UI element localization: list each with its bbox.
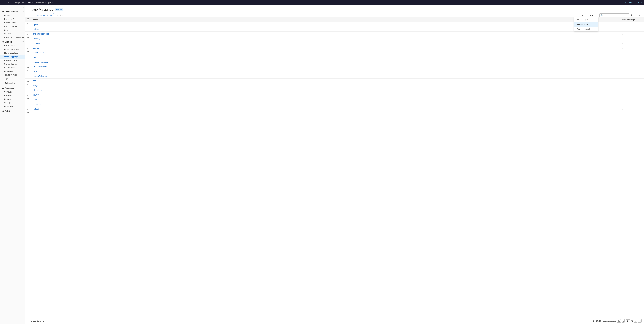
row-name-cell: petko [31,97,620,102]
sidebar-item-terraform-versions[interactable]: Terraform Versions [0,73,25,77]
sidebar-item-users-and-groups[interactable]: Users and Groups [0,17,25,21]
grid-view-button[interactable]: ⊞ [638,13,641,17]
row-regions-cell: 1 [620,60,644,64]
top-nav-item-migration[interactable]: Migration [45,0,54,5]
row-checkbox[interactable] [27,75,29,77]
row-checkbox[interactable] [27,37,29,39]
top-nav-item-design[interactable]: Design [13,0,20,5]
sidebar-item-secrets[interactable]: Secrets [0,28,25,32]
image-mapping-link[interactable]: image [33,84,38,87]
sidebar-item-custom-roles[interactable]: Custom Roles [0,21,25,25]
page-number-input[interactable] [626,320,630,323]
image-mapping-link[interactable]: petko [33,99,37,101]
image-mapping-link[interactable]: asddas [33,28,39,30]
row-checkbox[interactable] [27,23,29,25]
top-nav-item-infrastructure[interactable]: Infrastructure [20,0,33,5]
view-by-button[interactable]: VIEW BY NAME ▾ [580,13,598,17]
image-mapping-link[interactable]: dsafasd + dqdasqd [33,61,48,63]
image-mapping-link[interactable]: dimo [33,56,37,58]
select-all-header[interactable] [26,17,31,22]
sidebar-item-compute[interactable]: Compute [0,90,25,94]
image-mapping-link[interactable]: hguguyDeleteme [33,75,47,77]
row-checkbox[interactable] [27,89,29,91]
new-image-mapping-button[interactable]: + NEW IMAGE MAPPING [28,13,54,17]
sidebar-section-header-administration[interactable]: ⚙Administration▾ [0,9,25,14]
table-row: aws-encryption-test1 [26,32,644,36]
sidebar-item-configuration-properties[interactable]: Configuration Properties [0,36,25,39]
sidebar-item-cluster-plans[interactable]: Cluster Plans [0,66,25,69]
row-checkbox[interactable] [27,33,29,35]
image-mapping-link[interactable]: alpine [33,23,38,26]
image-mapping-link[interactable]: aws-encryption-test [33,33,49,35]
row-checkbox[interactable] [27,61,29,63]
image-mappings-table: Name ↑ Account / Regions alpine2asddas1a… [26,17,644,116]
image-mapping-link[interactable]: az_image [33,42,41,44]
sidebar-item-storage-profiles[interactable]: Storage Profiles [0,62,25,66]
select-all-checkbox[interactable] [27,18,29,20]
image-mapping-link[interactable]: GRlsho [33,70,39,73]
view-ungrouped-option[interactable]: View ungrouped [574,27,598,31]
row-checkbox[interactable] [27,84,29,86]
sidebar-item-flavor-mappings[interactable]: Flavor Mappings [0,51,25,55]
first-page-button[interactable]: |◂ [617,319,620,323]
row-checkbox[interactable] [27,51,29,53]
sidebar-collapse-button[interactable]: « [0,5,25,9]
sidebar-item-kubernetes[interactable]: Kubernetes [0,105,25,108]
row-checkbox[interactable] [27,103,29,105]
image-mapping-link[interactable]: debian-demo [33,52,44,54]
view-by-region-option[interactable]: View by region [574,17,598,22]
row-name-cell: awsImage [31,36,620,41]
sidebar-item-pricing-cards[interactable]: Pricing Cards [0,69,25,73]
sidebar-item-custom-names[interactable]: Custom Names [0,25,25,28]
row-checkbox[interactable] [27,42,29,44]
sidebar-item-security[interactable]: Security [0,97,25,101]
sidebar-section-header-resources[interactable]: ☰Resources▾ [0,86,25,90]
next-page-button[interactable]: ▸ [634,319,637,323]
sidebar-item-storage[interactable]: Storage [0,101,25,105]
guided-setup-button[interactable]: ⊞ GUIDED SETUP [624,1,642,4]
row-checkbox[interactable] [27,108,29,110]
row-checkbox[interactable] [27,113,29,115]
image-mapping-link[interactable]: islavov2 [33,94,40,96]
image-mapping-link[interactable]: ralitsad [33,108,39,110]
image-mapping-link[interactable]: GCP_shieldedVM [33,66,47,68]
name-column-header[interactable]: Name ↑ [31,17,620,22]
search-input[interactable] [604,14,628,16]
sidebar-item-tags[interactable]: Tags [0,77,25,80]
prev-page-button[interactable]: ◂ [622,319,624,323]
refresh-button[interactable]: ↻ [634,13,637,17]
row-checkbox[interactable] [27,66,29,68]
last-page-button[interactable]: ▸| [638,319,642,323]
sidebar-item-kubernetes-zones[interactable]: Kubernetes Zones [0,48,25,51]
manage-columns-button[interactable]: Manage Columns [28,319,46,323]
row-checkbox[interactable] [27,47,29,49]
sidebar-item-image-mappings[interactable]: Image Mappings [0,55,25,59]
image-mapping-link[interactable]: rhel [33,113,36,115]
sidebar-section-header-activity[interactable]: ◷Activity▸ [0,109,25,113]
row-checkbox[interactable] [27,70,29,72]
sidebar-item-cloud-zones[interactable]: Cloud Zones [0,44,25,48]
sidebar-item-projects[interactable]: Projects [0,14,25,17]
image-mapping-link[interactable]: hhh [33,80,36,82]
info-button[interactable]: ℹ [630,13,632,17]
row-checkbox[interactable] [27,94,29,96]
image-mapping-link[interactable]: awsImage [33,37,41,40]
sidebar-item-settings[interactable]: Settings [0,32,25,36]
row-checkbox[interactable] [27,98,29,100]
top-nav-item-resources[interactable]: Resources [2,0,13,5]
image-mapping-link[interactable]: islavov-test [33,89,42,91]
sidebar-section-header-configure[interactable]: ⚙Configure▾ [0,40,25,44]
row-checkbox[interactable] [27,28,29,30]
sidebar-section-header-onboarding[interactable]: ○Onboarding▸ [0,81,25,85]
top-nav-item-extensibility[interactable]: Extensibility [33,0,45,5]
delete-button[interactable]: ✕ DELETE [55,13,68,17]
view-by-name-option[interactable]: View by name [574,22,598,27]
table-row: rhel1 [26,111,644,116]
row-checkbox[interactable] [27,56,29,58]
sidebar-item-network-profiles[interactable]: Network Profiles [0,59,25,62]
row-checkbox[interactable] [27,80,29,82]
image-mapping-link[interactable]: photon-os [33,103,41,105]
sidebar-item-networks[interactable]: Networks [0,94,25,97]
image-mapping-link[interactable]: cent-os [33,47,39,49]
row-regions-cell: 2 [620,46,644,50]
